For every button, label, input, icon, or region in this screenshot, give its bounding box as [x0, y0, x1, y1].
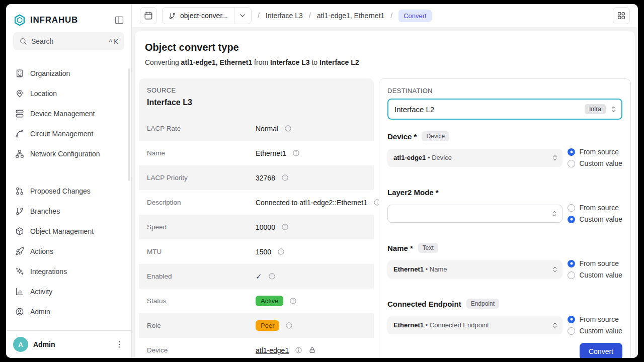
source-panel-header: SOURCE Interface L3	[139, 86, 374, 107]
radio-from-source[interactable]: From source	[568, 148, 622, 156]
field-kind-badge: Endpoint	[466, 299, 499, 309]
table-row: Speed 10000	[139, 215, 374, 239]
attribute-value: Ethernet1	[256, 149, 286, 157]
info-icon[interactable]	[277, 248, 285, 255]
radio-custom-value[interactable]: Custom value	[568, 215, 622, 223]
status-badge: Active	[256, 296, 283, 306]
attribute-label: Device	[147, 346, 256, 354]
breadcrumb-object[interactable]: atl1-edge1, Ethernet1	[317, 12, 385, 20]
radio-from-source[interactable]: From source	[568, 315, 622, 323]
info-icon[interactable]	[281, 174, 289, 182]
select-suffix: Connected Endpoint	[430, 321, 489, 329]
table-row: Description Connected to atl1-edge2::Eth…	[139, 190, 374, 215]
radio-from-source[interactable]: From source	[568, 259, 622, 267]
branch-name: object-conver...	[180, 12, 228, 20]
select-value: Ethernet1	[393, 265, 424, 273]
branch-selector-value-area: object-conver...	[163, 8, 234, 24]
destination-kind-select[interactable]: Interface L2 Infra	[387, 99, 622, 120]
branch-selector[interactable]: object-conver...	[162, 7, 252, 24]
field-device: Device * Device atl1-edge1 • Device	[387, 131, 622, 167]
sidebar-item-organization[interactable]: Organization	[6, 63, 131, 83]
connected-endpoint-select[interactable]: Ethernet1 • Connected Endpoint	[387, 316, 562, 334]
sidebar-scrollbar[interactable]	[128, 68, 130, 181]
subtitle-object: atl1-edge1, Ethernet1	[181, 58, 253, 66]
info-icon[interactable]	[268, 273, 276, 280]
destination-kind-value: Interface L2	[394, 105, 581, 114]
search-box[interactable]: ^ K	[13, 32, 124, 50]
apps-button[interactable]	[613, 7, 630, 24]
apps-grid-icon	[617, 11, 626, 20]
attribute-label: Status	[147, 297, 256, 305]
table-row: Device atl1-edge1	[139, 338, 374, 358]
sidebar-item-actions[interactable]: Actions	[6, 241, 131, 261]
sidebar-item-network-configuration[interactable]: Network Configuration	[6, 144, 131, 164]
radio-custom-value[interactable]: Custom value	[568, 327, 622, 335]
search-icon	[19, 37, 27, 45]
radio-button-icon	[568, 327, 575, 335]
info-icon[interactable]	[292, 149, 300, 157]
sidebar: INFRAHUB ^ K	[6, 4, 132, 358]
sidebar-item-circuit-management[interactable]: Circuit Management	[6, 124, 131, 144]
field-label: Name *	[387, 244, 413, 252]
sidebar-item-location[interactable]: Location	[6, 83, 131, 104]
info-icon[interactable]	[284, 125, 292, 132]
convert-button[interactable]: Convert	[580, 343, 622, 358]
radio-custom-value[interactable]: Custom value	[568, 271, 622, 279]
sidebar-item-label: Device Management	[30, 110, 95, 118]
role-badge: Peer	[256, 320, 279, 331]
radio-label: From source	[579, 204, 619, 212]
panels: SOURCE Interface L3 LACP Rate Normal	[139, 78, 631, 358]
info-icon[interactable]	[295, 346, 302, 354]
select-separator: •	[428, 154, 430, 161]
calendar-button[interactable]	[140, 7, 157, 24]
avatar: A	[13, 337, 28, 352]
source-heading: SOURCE	[147, 86, 366, 94]
sidebar-item-device-management[interactable]: Device Management	[6, 104, 131, 124]
destination-heading: DESTINATION	[387, 87, 622, 95]
sidebar-item-branches[interactable]: Branches	[6, 201, 131, 221]
device-link[interactable]: atl1-edge1	[256, 346, 289, 354]
user-name: Admin	[33, 340, 55, 348]
sidebar-item-admin[interactable]: Admin	[6, 302, 131, 322]
sidebar-item-proposed-changes[interactable]: Proposed Changes	[6, 181, 131, 201]
user-menu-button[interactable]	[115, 340, 124, 349]
sidebar-item-label: Actions	[30, 247, 53, 255]
main-area: object-conver... / Interface L3 / atl1-e…	[132, 4, 638, 358]
field-label: Connected Endpoint	[387, 300, 461, 308]
source-panel: SOURCE Interface L3 LACP Rate Normal	[139, 78, 374, 358]
building-icon	[15, 69, 24, 78]
attribute-value: 1500	[256, 248, 271, 256]
field-label: Layer2 Mode *	[387, 188, 439, 197]
breadcrumb-separator: /	[257, 12, 261, 20]
cube-icon	[15, 227, 24, 236]
search-input[interactable]	[31, 37, 105, 45]
sidebar-item-label: Admin	[30, 308, 50, 316]
name-select[interactable]: Ethernet1 • Name	[387, 260, 562, 279]
field-kind-badge: Text	[418, 243, 438, 253]
info-icon[interactable]	[281, 223, 289, 231]
select-value: Ethernet1	[393, 321, 424, 329]
page-subtitle: Converting atl1-edge1, Ethernet1 from In…	[145, 57, 625, 67]
attribute-label: Description	[147, 199, 256, 206]
radio-custom-value[interactable]: Custom value	[568, 159, 622, 167]
sidebar-item-integrations[interactable]: Integrations	[6, 261, 131, 282]
layer2-mode-select[interactable]	[387, 205, 562, 223]
branch-selector-caret[interactable]	[234, 8, 251, 24]
info-icon[interactable]	[285, 322, 293, 329]
kebab-icon	[115, 340, 124, 349]
select-separator: •	[426, 265, 428, 273]
user-circle-icon	[15, 307, 24, 316]
table-row: Name Ethernet1	[139, 141, 374, 165]
subtitle-text: Converting	[145, 58, 179, 66]
device-select[interactable]: atl1-edge1 • Device	[387, 149, 562, 167]
sidebar-collapse-button[interactable]	[114, 15, 124, 25]
subtitle-dest-kind: Interface L2	[319, 58, 359, 66]
calendar-icon	[144, 11, 153, 20]
breadcrumb-interface-l3[interactable]: Interface L3	[266, 12, 303, 20]
attribute-label: Name	[147, 149, 256, 157]
sidebar-item-activity[interactable]: Activity	[6, 282, 131, 302]
info-icon[interactable]	[289, 297, 297, 305]
radio-button-icon	[568, 216, 575, 223]
radio-from-source[interactable]: From source	[568, 204, 622, 212]
sidebar-item-object-management[interactable]: Object Management	[6, 221, 131, 241]
